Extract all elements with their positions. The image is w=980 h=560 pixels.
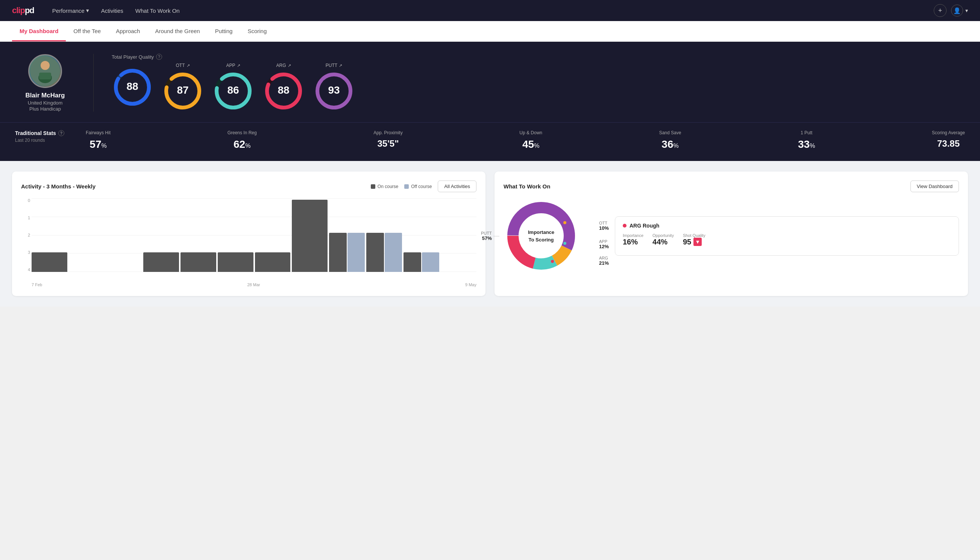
trad-label: Traditional Stats ? Last 20 rounds xyxy=(15,130,68,143)
bar-group xyxy=(32,252,67,272)
score-putt: PUTT ↗ 93 xyxy=(313,63,354,112)
putt-label: PUTT ↗ xyxy=(326,63,342,68)
bar-group xyxy=(441,272,476,272)
bar-on xyxy=(404,252,421,272)
activity-card-header: Activity - 3 Months - Weekly On course O… xyxy=(21,180,476,192)
stat-1putt: 1 Putt 33% xyxy=(798,130,815,150)
stat-gir: Greens In Reg 62% xyxy=(228,130,257,150)
tab-putting[interactable]: Putting xyxy=(208,21,240,42)
arg-seg-label: ARG 21% xyxy=(599,256,609,266)
tpq-help-icon[interactable]: ? xyxy=(156,54,162,60)
info-popup-title: ARG Rough xyxy=(623,223,951,229)
arg-label: ARG ↗ xyxy=(276,63,291,68)
scores-section: Total Player Quality ? 88 OTT ↗ xyxy=(112,54,965,112)
total-ring-svg: 88 xyxy=(112,67,153,108)
workon-card: What To Work On View Dashboard PUTT 57% xyxy=(494,172,968,296)
activity-title: Activity - 3 Months - Weekly xyxy=(21,183,95,190)
bar-group xyxy=(255,252,291,272)
top-nav: clippd Performance ▾ Activities What To … xyxy=(0,0,980,21)
bar-group xyxy=(218,252,253,272)
app-label: APP ↗ xyxy=(226,63,240,68)
bar-group xyxy=(404,252,439,272)
bar-off xyxy=(348,233,365,272)
main-content: Activity - 3 Months - Weekly On course O… xyxy=(0,161,980,307)
chart-legend: On course Off course xyxy=(371,184,432,189)
y-axis: 4 3 2 1 0 xyxy=(21,198,30,272)
score-total: 88 xyxy=(112,67,153,108)
off-course-dot xyxy=(404,184,409,189)
bar-off xyxy=(385,233,402,272)
all-activities-button[interactable]: All Activities xyxy=(438,180,476,192)
bar-on xyxy=(218,252,253,272)
stats-grid: Fairways Hit 57% Greens In Reg 62% App. … xyxy=(86,130,965,150)
view-dashboard-button[interactable]: View Dashboard xyxy=(910,180,959,192)
bar-group xyxy=(181,252,216,272)
score-ott: OTT ↗ 87 xyxy=(162,63,203,112)
tab-off-the-tee[interactable]: Off the Tee xyxy=(66,21,108,42)
bar-on xyxy=(292,200,328,272)
nav-performance[interactable]: Performance ▾ xyxy=(52,7,89,14)
putt-seg-label: PUTT 57% xyxy=(481,231,492,241)
score-circles: 88 OTT ↗ 87 APP ↗ xyxy=(112,63,965,112)
trad-help-icon[interactable]: ? xyxy=(58,130,64,136)
svg-text:93: 93 xyxy=(328,84,339,96)
score-app: APP ↗ 86 xyxy=(213,63,254,112)
user-menu[interactable]: 👤 ▾ xyxy=(951,5,968,17)
nav-what-to-work-on[interactable]: What To Work On xyxy=(135,8,180,14)
svg-point-1 xyxy=(41,61,50,70)
tab-approach[interactable]: Approach xyxy=(108,21,147,42)
player-handicap: Plus Handicap xyxy=(29,106,61,112)
tab-bar: My Dashboard Off the Tee Approach Around… xyxy=(0,21,980,42)
ott-label: OTT ↗ xyxy=(176,63,190,68)
score-arg: ARG ↗ 88 xyxy=(263,63,304,112)
bar-on xyxy=(366,233,384,272)
info-shot-quality: Shot Quality 95 ▼ xyxy=(683,233,705,246)
trad-stats-section: Traditional Stats ? Last 20 rounds Fairw… xyxy=(0,122,980,161)
svg-point-26 xyxy=(563,242,566,245)
bar-group xyxy=(292,200,328,272)
hero-section: Blair McHarg United Kingdom Plus Handica… xyxy=(0,42,980,122)
bar-chart: 4 3 2 1 0 xyxy=(21,198,476,287)
workon-header: What To Work On View Dashboard xyxy=(504,180,959,192)
svg-text:87: 87 xyxy=(177,84,188,96)
putt-ring-svg: 93 xyxy=(313,70,354,112)
right-seg-labels: OTT 10% APP 12% xyxy=(599,221,609,249)
bars-row xyxy=(32,198,476,272)
stat-sandsave: Sand Save 36% xyxy=(659,130,681,150)
x-labels: 7 Feb 28 Mar 9 May xyxy=(21,281,476,287)
stat-updown: Up & Down 45% xyxy=(519,130,542,150)
info-opportunity: Opportunity 44% xyxy=(652,233,674,246)
svg-text:88: 88 xyxy=(278,84,289,96)
activity-card: Activity - 3 Months - Weekly On course O… xyxy=(12,172,486,296)
workon-content: PUTT 57% xyxy=(504,198,959,273)
legend-on-course: On course xyxy=(371,184,398,189)
tab-around-the-green[interactable]: Around the Green xyxy=(147,21,207,42)
on-course-dot xyxy=(371,184,375,189)
tpq-label: Total Player Quality ? xyxy=(112,54,965,60)
bar-group xyxy=(143,252,179,272)
donut-center-text: Importance To Scoring xyxy=(528,229,554,243)
tab-scoring[interactable]: Scoring xyxy=(240,21,274,42)
bar-on xyxy=(255,252,291,272)
user-avatar-icon: 👤 xyxy=(951,5,963,17)
stat-scoring: Scoring Average 73.85 xyxy=(932,130,965,150)
stat-proximity: App. Proximity 35'5" xyxy=(373,130,403,150)
bar-group xyxy=(366,233,402,272)
bar-group xyxy=(106,272,142,272)
player-info: Blair McHarg United Kingdom Plus Handica… xyxy=(15,54,75,112)
nav-activities[interactable]: Activities xyxy=(101,8,123,14)
info-importance: Importance 16% xyxy=(623,233,644,246)
legend-off-course: Off course xyxy=(404,184,432,189)
bar-on xyxy=(143,252,179,272)
tab-my-dashboard[interactable]: My Dashboard xyxy=(12,21,66,42)
donut-svg-wrap: Importance To Scoring xyxy=(504,198,579,273)
info-metrics-row: Importance 16% Opportunity 44% Shot Qual… xyxy=(623,233,951,246)
logo[interactable]: clippd xyxy=(12,6,34,15)
donut-area: PUTT 57% xyxy=(504,198,579,273)
svg-text:86: 86 xyxy=(227,84,239,96)
add-button[interactable]: + xyxy=(934,4,947,17)
nav-right: + 👤 ▾ xyxy=(934,4,968,17)
player-name: Blair McHarg xyxy=(26,92,65,99)
bar-on xyxy=(32,252,67,272)
bar-chart-container: 4 3 2 1 0 xyxy=(21,198,476,281)
